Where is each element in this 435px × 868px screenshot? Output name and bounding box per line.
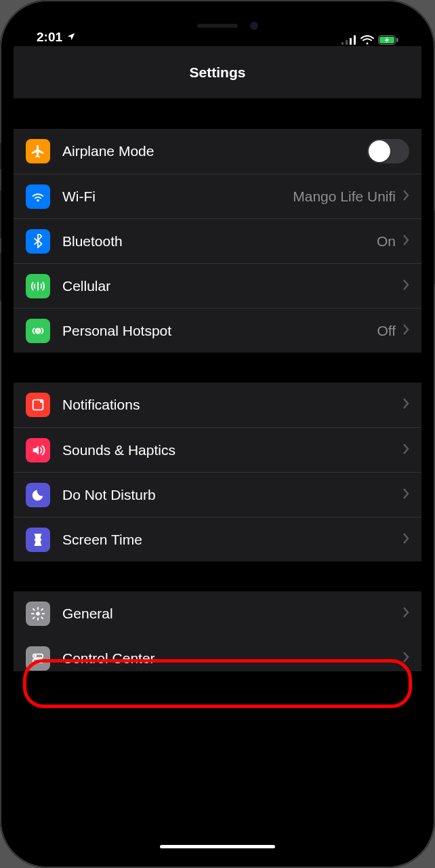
page-title: Settings (190, 64, 246, 81)
chevron-right-icon (402, 189, 409, 204)
svg-rect-2 (350, 38, 352, 45)
row-screen-time[interactable]: Screen Time (14, 517, 421, 561)
speaker-grill (197, 24, 238, 28)
sounds-icon (26, 438, 50, 462)
bluetooth-icon (26, 229, 50, 254)
section-spacer (14, 561, 421, 591)
hotspot-icon (26, 319, 50, 343)
svg-rect-0 (341, 42, 344, 45)
mute-switch (0, 142, 1, 170)
row-label: Bluetooth (62, 233, 377, 250)
row-value: Off (377, 323, 396, 339)
chevron-right-icon (402, 488, 409, 502)
chevron-right-icon (402, 443, 409, 458)
page-title-bar: Settings (14, 46, 421, 99)
volume-up-button (0, 190, 1, 239)
device-notch (136, 14, 299, 38)
row-control-center[interactable]: Control Center (14, 636, 421, 671)
dnd-icon (26, 483, 50, 507)
notifications-icon (26, 393, 50, 417)
row-do-not-disturb[interactable]: Do Not Disturb (14, 472, 421, 517)
front-camera (250, 22, 258, 30)
airplane-icon (26, 139, 50, 163)
wifi-settings-icon (26, 184, 50, 209)
location-icon (66, 30, 76, 45)
status-time: 2:01 (37, 30, 62, 45)
row-bluetooth[interactable]: Bluetooth On (14, 218, 421, 263)
general-icon (26, 601, 50, 626)
cellular-signal-icon (341, 35, 356, 45)
section-spacer (14, 99, 421, 129)
chevron-right-icon (402, 651, 409, 666)
wifi-icon (360, 35, 374, 45)
svg-rect-6 (396, 38, 398, 42)
svg-rect-3 (354, 35, 356, 45)
control-center-icon (26, 646, 50, 671)
row-cellular[interactable]: Cellular (14, 263, 421, 308)
row-general[interactable]: General (14, 591, 421, 636)
battery-icon (378, 35, 398, 45)
airplane-toggle[interactable] (367, 139, 409, 163)
svg-point-13 (39, 660, 42, 663)
volume-down-button (0, 252, 1, 301)
chevron-right-icon (402, 279, 409, 294)
row-label: Personal Hotspot (62, 323, 377, 339)
row-notifications[interactable]: Notifications (14, 382, 421, 427)
row-airplane-mode[interactable]: Airplane Mode (14, 129, 421, 174)
row-value: Mango Life Unifi (293, 189, 396, 205)
cellular-icon (26, 274, 50, 298)
row-wifi[interactable]: Wi-Fi Mango Life Unifi (14, 174, 421, 218)
row-label: Notifications (62, 397, 402, 413)
row-label: General (62, 606, 402, 622)
chevron-right-icon (402, 397, 409, 412)
phone-screen: 2:01 (14, 14, 421, 854)
settings-group-connectivity: Airplane Mode Wi-Fi Mango Life Unifi Blu (14, 129, 421, 353)
row-value: On (377, 233, 396, 250)
chevron-right-icon (402, 606, 409, 621)
settings-list[interactable]: Airplane Mode Wi-Fi Mango Life Unifi Blu (14, 99, 421, 854)
row-label: Cellular (62, 278, 402, 294)
row-label: Control Center (62, 650, 402, 667)
row-personal-hotspot[interactable]: Personal Hotspot Off (14, 308, 421, 353)
svg-point-9 (36, 612, 40, 616)
svg-point-11 (35, 655, 37, 658)
row-label: Do Not Disturb (62, 487, 402, 503)
row-label: Wi-Fi (62, 189, 293, 205)
svg-rect-1 (346, 40, 348, 45)
chevron-right-icon (402, 234, 409, 249)
screentime-icon (26, 528, 50, 552)
settings-group-general: General Control Center (14, 591, 421, 671)
row-sounds-haptics[interactable]: Sounds & Haptics (14, 427, 421, 472)
row-label: Airplane Mode (62, 143, 367, 159)
chevron-right-icon (402, 323, 409, 338)
row-label: Screen Time (62, 532, 402, 548)
settings-group-notifications: Notifications Sounds & Haptics Do Not Di… (14, 382, 421, 561)
home-indicator[interactable] (160, 845, 275, 848)
row-label: Sounds & Haptics (62, 442, 402, 458)
svg-point-8 (40, 399, 44, 403)
chevron-right-icon (402, 532, 409, 547)
section-spacer (14, 353, 421, 382)
